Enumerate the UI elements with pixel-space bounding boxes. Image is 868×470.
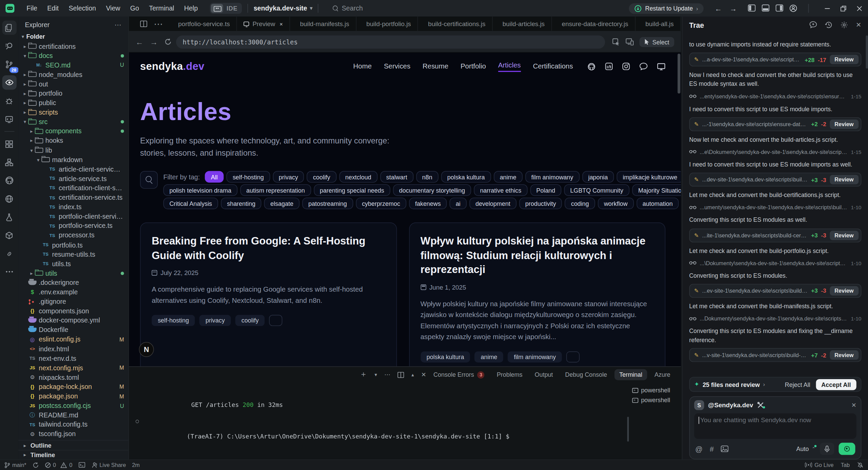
notifications-muted-button[interactable] [857, 462, 864, 469]
agent-tools-icon[interactable] [757, 402, 764, 409]
site-nav-link[interactable]: Articles [498, 61, 521, 72]
file-read-row[interactable]: ...umenty\sendyka-dev-site-1\sendyka.dev… [689, 203, 862, 211]
folder-section-header[interactable]: ▾ Folder [18, 32, 129, 42]
close-panel-icon[interactable]: ✕ [421, 371, 426, 378]
reject-all-button[interactable]: Reject All [785, 381, 810, 388]
menu-item[interactable]: Terminal [144, 3, 178, 14]
site-nav-link[interactable]: Resume [423, 62, 448, 70]
review-button[interactable]: Review [830, 175, 859, 184]
filter-tag-chip[interactable]: elsagate [264, 198, 300, 209]
site-logo[interactable]: sendyka.dev [140, 60, 205, 73]
mention-icon[interactable]: @ [695, 445, 703, 453]
live-share-button[interactable]: Live Share [91, 462, 126, 468]
tree-item[interactable]: lib [18, 145, 129, 155]
file-read-row[interactable]: ...Dokumenty\sendyka-dev-site-1\sendyka.… [689, 314, 862, 322]
filter-tag-chip[interactable]: All [205, 171, 224, 182]
context-hash-icon[interactable]: # [710, 445, 714, 453]
site-nav-link[interactable]: Services [384, 62, 410, 70]
split-terminal-icon[interactable] [398, 372, 404, 378]
chat-input[interactable]: You are chatting with Sendyka.dev now [694, 413, 856, 439]
more-icon[interactable] [2, 265, 16, 279]
editor-more-icon[interactable]: ⋯ [154, 19, 162, 29]
tree-item[interactable]: resume-utils.ts [18, 250, 129, 259]
review-button[interactable]: Review [830, 286, 859, 296]
tree-item[interactable]: SEO.md U [18, 60, 129, 70]
review-button[interactable]: Review [830, 55, 859, 64]
tree-item[interactable]: tailwind.config.ts [18, 420, 129, 429]
tree-item[interactable]: package-lock.json M [18, 382, 129, 392]
filter-tag-chip[interactable]: cyberprzemoc [356, 198, 406, 209]
tree-item[interactable]: certification-service.ts [18, 193, 129, 202]
cube-icon[interactable] [2, 228, 16, 242]
filter-tag-chip[interactable]: documentary storytelling [393, 184, 471, 196]
filter-tag-chip[interactable]: n8n [416, 171, 439, 182]
send-message-button[interactable] [839, 443, 855, 455]
filter-tag-chip[interactable]: narrative ethics [474, 184, 527, 196]
chat-link-icon[interactable] [639, 62, 648, 70]
account-icon[interactable] [789, 4, 797, 12]
filter-tag-chip[interactable]: coding [565, 198, 595, 209]
terminal-instance[interactable]: > powershell [630, 386, 679, 395]
tree-item[interactable]: .gitignore [18, 297, 129, 307]
article-tag[interactable]: film animowany [508, 351, 562, 363]
file-edit-card[interactable]: ✎ ...-1\sendyka.dev-site\scripts\ensure-… [689, 117, 862, 131]
terminal-scrollbar[interactable] [627, 417, 629, 442]
panel-tab[interactable]: Problems [492, 369, 527, 380]
link-icon[interactable] [2, 246, 16, 260]
menu-item[interactable]: Selection [64, 3, 100, 14]
chevron-right-icon[interactable]: › [763, 381, 765, 387]
editor-tab[interactable]: build-manifests.js [290, 17, 356, 31]
tree-item[interactable]: markdown [18, 155, 129, 164]
new-chat-icon[interactable] [809, 21, 817, 29]
tree-item[interactable]: utils.ts [18, 259, 129, 269]
tree-item[interactable]: utils [18, 269, 129, 278]
panel-tab[interactable]: Console Errors 3 [428, 369, 489, 380]
hierarchy-icon[interactable] [2, 155, 16, 169]
device-toolbar-icon[interactable] [626, 38, 634, 45]
tree-item[interactable]: article-service.ts [18, 174, 129, 183]
preview-reload-button[interactable] [165, 38, 172, 45]
tab-indicator[interactable]: Tab [841, 462, 850, 468]
menu-item[interactable]: Edit [43, 3, 63, 14]
panel-tab[interactable]: Azure [650, 369, 675, 380]
extensions-icon[interactable] [2, 137, 16, 151]
site-nav-link[interactable]: Portfolio [461, 62, 486, 70]
select-element-button[interactable]: Select [640, 37, 674, 47]
editor-tab[interactable]: build-portfolio.js [356, 17, 418, 31]
search-panel-icon[interactable] [2, 39, 16, 53]
filter-tag-chip[interactable]: Critical Analysis [163, 198, 218, 209]
explorer-icon[interactable] [2, 20, 16, 35]
tree-item[interactable]: .env.example [18, 288, 129, 297]
settings-gear-icon[interactable] [840, 21, 848, 29]
close-button[interactable] [856, 5, 863, 12]
source-control-icon[interactable]: 28 [2, 57, 16, 71]
menu-item[interactable]: Help [180, 3, 202, 14]
lab-icon[interactable] [2, 210, 16, 224]
filter-tag-chip[interactable]: polish television drama [163, 184, 237, 196]
ports-indicator[interactable] [78, 462, 85, 468]
filter-tag-chip[interactable]: ai [450, 198, 467, 209]
tree-item[interactable]: eslint.config.js M [18, 335, 129, 344]
article-tag[interactable]: self-hosting [152, 315, 195, 326]
article-more-tags[interactable] [566, 351, 580, 363]
tree-item[interactable]: nixpacks.toml [18, 373, 129, 382]
filter-tag-chip[interactable]: LGBTQ Community [564, 184, 630, 196]
instagram-link-icon[interactable] [622, 62, 630, 70]
file-read-row[interactable]: ...e\Dokumenty\sendyka-dev-site-1\sendyk… [689, 148, 862, 156]
filter-tag-chip[interactable]: parenting special needs [314, 184, 390, 196]
editor-tab[interactable]: build-all.js [635, 17, 681, 31]
filter-tag-chip[interactable]: anime [494, 171, 522, 182]
tree-item[interactable]: out [18, 79, 129, 89]
history-forward-button[interactable]: → [730, 4, 737, 12]
tree-item[interactable]: article-client-service.ts [18, 164, 129, 174]
toggle-panel-button[interactable] [762, 4, 770, 12]
outline-section[interactable]: Outline [18, 440, 129, 450]
chat-scrollbar[interactable] [866, 35, 868, 68]
tree-item[interactable]: next-env.d.ts [18, 354, 129, 363]
filter-tag-chip[interactable]: Majority Situation [632, 184, 681, 196]
article-search-button[interactable] [140, 171, 158, 189]
tree-item[interactable]: tsconfig.json [18, 429, 129, 439]
preview-back-button[interactable]: ← [136, 37, 143, 46]
site-nav-link[interactable]: Home [353, 62, 371, 70]
terminal-instance[interactable]: > powershell [630, 396, 679, 405]
